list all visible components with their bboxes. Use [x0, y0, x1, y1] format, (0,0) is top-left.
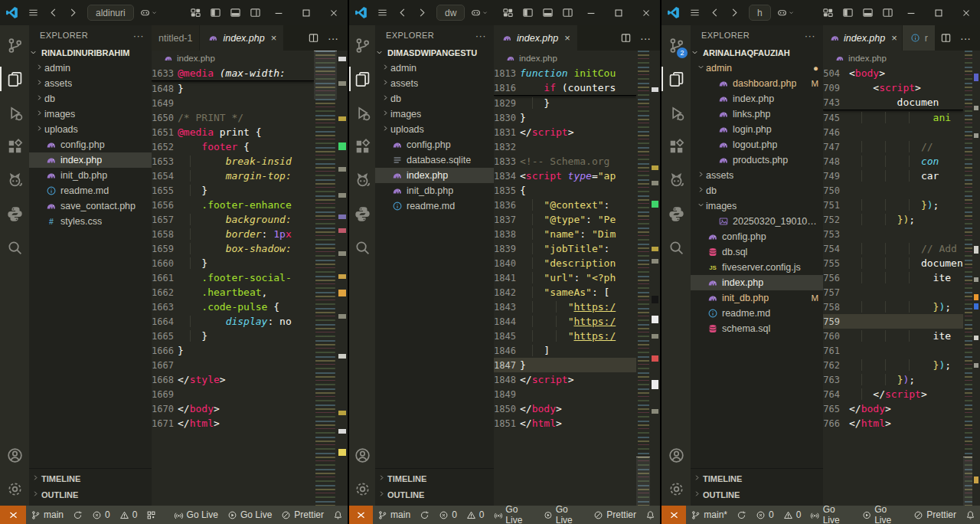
file-row[interactable]: config.php: [375, 137, 494, 152]
forward-button[interactable]: [412, 0, 432, 25]
split-editor-button[interactable]: [616, 32, 635, 44]
status-error-0[interactable]: 0: [87, 506, 115, 524]
activity-explorer-icon[interactable]: [662, 62, 691, 96]
panel-left-toggle[interactable]: [205, 0, 225, 25]
status-error-0[interactable]: 0: [434, 506, 462, 524]
copilot-button[interactable]: [139, 0, 158, 25]
maximize-button[interactable]: [925, 0, 952, 25]
folder-row[interactable]: db: [375, 91, 494, 106]
back-button[interactable]: [704, 0, 724, 25]
status-branch-main[interactable]: main*: [686, 506, 732, 524]
remote-indicator[interactable]: [662, 506, 686, 524]
breadcrumb[interactable]: index.php: [494, 51, 636, 66]
back-button[interactable]: [392, 0, 412, 25]
activity-cat-extension-icon[interactable]: [0, 163, 29, 197]
status-warning-0[interactable]: 0: [115, 506, 142, 524]
status-warning-0[interactable]: 0: [462, 506, 489, 524]
minimap[interactable]: [314, 51, 337, 506]
activity-cat-extension-icon[interactable]: [349, 163, 375, 197]
activity-search-icon[interactable]: [349, 231, 375, 264]
tab-close-icon[interactable]: ×: [564, 32, 570, 44]
section-timeline[interactable]: TIMELINE: [691, 470, 823, 486]
remote-indicator[interactable]: [349, 506, 373, 524]
file-row[interactable]: init_db.php: [29, 168, 152, 183]
file-row[interactable]: JSfiveserver.config.js: [691, 260, 823, 275]
tab-ntitled-1[interactable]: ntitled-1: [152, 25, 199, 51]
status-prettier-prettier[interactable]: Prettier: [909, 506, 961, 524]
status-branch-main[interactable]: main: [26, 506, 68, 524]
menu-button[interactable]: [684, 0, 704, 25]
copilot-button[interactable]: [469, 0, 489, 25]
activity-run-debug-icon[interactable]: [349, 96, 375, 129]
activity-extensions-icon[interactable]: [662, 129, 691, 163]
file-row[interactable]: index.php: [375, 168, 494, 183]
menu-button[interactable]: [23, 0, 43, 25]
editor-surface[interactable]: index.php1813function initCou1816 if (co…: [494, 51, 636, 506]
file-row[interactable]: logout.php: [691, 137, 823, 152]
file-row[interactable]: init_db.php: [375, 183, 494, 198]
activity-source-control-icon[interactable]: 2: [662, 28, 691, 62]
breadcrumb[interactable]: index.php: [152, 51, 314, 66]
file-row[interactable]: index.php: [29, 152, 152, 168]
status-broadcast-golive[interactable]: Go Live: [805, 506, 857, 524]
project-root-row[interactable]: ARINALHAQFAUZIAH: [691, 45, 823, 61]
editor-surface[interactable]: index.php504<body>709 <script>743 docume…: [823, 51, 963, 506]
file-row[interactable]: #styles.css: [29, 214, 152, 229]
copilot-button[interactable]: [776, 0, 795, 25]
tab-r[interactable]: r: [903, 25, 935, 51]
panel-right-toggle[interactable]: [557, 0, 577, 25]
file-row[interactable]: database.sqlite: [375, 152, 494, 168]
panel-bottom-toggle[interactable]: [858, 0, 877, 25]
remote-indicator[interactable]: [0, 506, 26, 524]
back-button[interactable]: [43, 0, 63, 25]
activity-account-icon[interactable]: [662, 438, 691, 472]
file-row[interactable]: schema.sql: [691, 321, 823, 336]
activity-extensions-icon[interactable]: [349, 129, 375, 163]
status-sync[interactable]: [732, 506, 751, 524]
status-play-circle-golive[interactable]: Go Live: [539, 506, 589, 524]
tab-close-icon[interactable]: ×: [891, 32, 897, 44]
maximize-button[interactable]: [292, 0, 320, 25]
activity-python-icon[interactable]: [349, 197, 375, 231]
file-row[interactable]: 20250320_190104[1]....: [691, 214, 823, 229]
status-branch-main[interactable]: main: [373, 506, 415, 524]
activity-python-icon[interactable]: [0, 197, 29, 231]
activity-explorer-icon[interactable]: [349, 62, 375, 96]
status-bell[interactable]: [961, 506, 980, 524]
command-center[interactable]: aldinuri: [87, 5, 134, 21]
panel-right-toggle[interactable]: [245, 0, 265, 25]
file-row[interactable]: config.php: [29, 137, 152, 152]
explorer-more-button[interactable]: ···: [805, 30, 815, 41]
project-root-row[interactable]: DIMASDWIPANGESTU: [375, 45, 494, 61]
status-broadcast-golive[interactable]: Go Live: [169, 506, 223, 524]
panel-left-toggle[interactable]: [518, 0, 537, 25]
editor-more-button[interactable]: ···: [323, 32, 343, 44]
activity-run-debug-icon[interactable]: [662, 96, 691, 129]
panel-bottom-toggle[interactable]: [225, 0, 245, 25]
status-broadcast-golive[interactable]: Go Live: [489, 506, 539, 524]
folder-row[interactable]: admin●: [691, 61, 823, 76]
folder-row[interactable]: images: [375, 106, 494, 122]
layout-grid-toggle[interactable]: [818, 0, 838, 25]
activity-settings-gear-icon[interactable]: [662, 472, 691, 506]
command-center[interactable]: h: [749, 5, 771, 21]
minimize-button[interactable]: [265, 0, 292, 25]
file-row[interactable]: db.sql: [691, 244, 823, 260]
activity-search-icon[interactable]: [0, 231, 29, 264]
status-prettier-prettier[interactable]: Prettier: [589, 506, 641, 524]
maximize-button[interactable]: [605, 0, 632, 25]
menu-button[interactable]: [372, 0, 392, 25]
tab-index-php[interactable]: index.php×: [200, 25, 283, 51]
status-warning-0[interactable]: 0: [779, 506, 806, 524]
layout-grid-toggle[interactable]: [185, 0, 205, 25]
status-ports[interactable]: [142, 506, 161, 524]
breadcrumb[interactable]: index.php: [823, 51, 963, 66]
minimize-button[interactable]: [897, 0, 925, 25]
close-button[interactable]: [320, 0, 348, 25]
file-row[interactable]: dashboard.phpM: [691, 76, 823, 91]
minimap[interactable]: [963, 51, 972, 506]
activity-cat-extension-icon[interactable]: [662, 163, 691, 197]
file-row[interactable]: readme.md: [375, 198, 494, 214]
file-row[interactable]: index.php: [691, 91, 823, 106]
panel-left-toggle[interactable]: [838, 0, 858, 25]
